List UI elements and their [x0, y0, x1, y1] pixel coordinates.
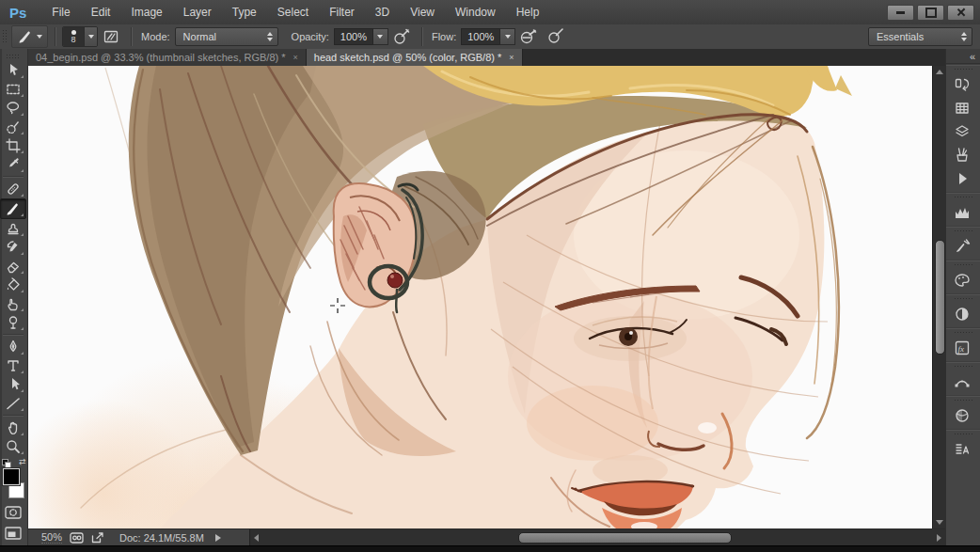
panel-histogram-button[interactable]: [946, 200, 978, 224]
flow-input[interactable]: 100%: [461, 28, 500, 45]
vertical-scrollbar[interactable]: [932, 66, 945, 528]
divider: [131, 27, 132, 46]
panel-grip[interactable]: [954, 263, 972, 267]
tool-zoom[interactable]: [1, 437, 25, 456]
panel-character-button[interactable]: [946, 437, 978, 461]
scroll-up-arrow-icon[interactable]: [936, 70, 943, 74]
panel-grip[interactable]: [954, 399, 972, 402]
menu-image[interactable]: Image: [120, 0, 172, 24]
tool-dodge[interactable]: [1, 313, 25, 332]
status-options-arrow-icon[interactable]: [215, 534, 221, 542]
tool-spot-healing-brush[interactable]: [1, 180, 25, 198]
maximize-button[interactable]: [917, 5, 944, 21]
blend-mode-select[interactable]: Normal: [175, 27, 278, 46]
panel-grip[interactable]: [954, 365, 972, 369]
collapse-panels-button[interactable]: «: [970, 52, 975, 61]
tool-preset-picker[interactable]: [11, 25, 48, 48]
adobe-drive-icon[interactable]: [70, 532, 84, 544]
airbrush-button[interactable]: [517, 26, 540, 47]
quick-mask-button[interactable]: [1, 504, 25, 521]
tool-lasso[interactable]: [1, 99, 25, 118]
tool-clone-stamp[interactable]: [1, 219, 25, 238]
tool-history-brush[interactable]: [1, 238, 25, 257]
toggle-brush-panel-button[interactable]: [100, 26, 122, 47]
tool-hand[interactable]: [1, 418, 25, 437]
menu-help[interactable]: Help: [506, 0, 550, 24]
menu-filter[interactable]: Filter: [319, 0, 365, 24]
tool-pen[interactable]: [1, 338, 25, 356]
brush-tip-icon: 8: [63, 27, 84, 46]
panel-styles-button[interactable]: fx: [946, 336, 978, 359]
photoshop-logo: Ps: [9, 5, 26, 21]
menu-type[interactable]: Type: [222, 0, 267, 24]
flow-dropdown[interactable]: [500, 28, 515, 45]
panel-swatches-button[interactable]: [946, 96, 978, 119]
panel-grip[interactable]: [954, 68, 972, 71]
brush-size-picker[interactable]: 8: [62, 26, 98, 47]
tool-eraser[interactable]: [1, 257, 25, 276]
opacity-dropdown[interactable]: [373, 28, 388, 45]
minimize-button[interactable]: [887, 5, 914, 21]
default-colors-icon[interactable]: [2, 459, 10, 466]
horizontal-scrollbar[interactable]: [249, 529, 945, 545]
zoom-level-field[interactable]: 50%: [41, 531, 62, 544]
scroll-left-arrow-icon[interactable]: [254, 534, 259, 542]
options-bar-grip[interactable]: [2, 29, 8, 44]
tab-close-icon[interactable]: ×: [293, 53, 298, 62]
panel-layers-button[interactable]: [946, 119, 978, 143]
tool-type[interactable]: [1, 356, 25, 375]
tablet-pressure-opacity-button[interactable]: [390, 26, 413, 47]
tab-head-sketch[interactable]: head sketch.psd @ 50% (color, RGB/8) * ×: [307, 49, 523, 66]
panel-grip[interactable]: [954, 229, 972, 233]
panel-3d-button[interactable]: [946, 403, 978, 427]
tool-move[interactable]: [1, 61, 25, 80]
tool-quick-selection[interactable]: [1, 118, 25, 136]
tool-line[interactable]: [1, 394, 25, 413]
menu-view[interactable]: View: [400, 0, 445, 24]
document-canvas[interactable]: [28, 66, 945, 528]
character-icon: [953, 440, 972, 459]
panel-grip[interactable]: [954, 433, 972, 436]
tab-04-begin[interactable]: 04_begin.psd @ 33.3% (thumbnail sketches…: [28, 49, 307, 66]
menu-window[interactable]: Window: [445, 0, 506, 24]
divider: [421, 27, 422, 46]
tool-crop[interactable]: [1, 136, 25, 155]
tab-close-icon[interactable]: ×: [509, 53, 514, 62]
panel-grip[interactable]: [954, 331, 972, 335]
scroll-down-arrow-icon[interactable]: [936, 520, 943, 525]
screen-mode-button[interactable]: [1, 525, 25, 542]
panel-history-button[interactable]: [946, 72, 978, 96]
workspace-switcher[interactable]: Essentials: [868, 27, 972, 46]
panel-tool-presets-button[interactable]: [946, 234, 978, 258]
tool-paint-bucket[interactable]: [1, 276, 25, 294]
vertical-scrollbar-thumb[interactable]: [935, 240, 945, 355]
path-selection-icon: [5, 376, 22, 393]
horizontal-scrollbar-thumb[interactable]: [518, 532, 732, 544]
tool-path-selection[interactable]: [1, 375, 25, 394]
panel-grip[interactable]: [954, 196, 972, 199]
toolbar-grip[interactable]: [6, 54, 21, 58]
panel-brush-presets-button[interactable]: [946, 143, 978, 166]
menu-3d[interactable]: 3D: [365, 0, 400, 24]
tool-brush[interactable]: [0, 198, 26, 219]
menu-select[interactable]: Select: [267, 0, 319, 24]
panel-color-button[interactable]: [946, 268, 978, 292]
swap-colors-icon[interactable]: ⇄: [19, 457, 26, 466]
tool-rectangular-marquee[interactable]: [1, 80, 25, 99]
menu-file[interactable]: File: [41, 0, 80, 24]
foreground-color-swatch[interactable]: [3, 468, 20, 485]
brush-size-dropdown[interactable]: [84, 27, 97, 46]
share-icon[interactable]: [91, 532, 104, 544]
panel-adjustments-button[interactable]: [946, 302, 978, 325]
panel-grip[interactable]: [954, 297, 972, 301]
opacity-input[interactable]: 100%: [334, 28, 373, 45]
menu-edit[interactable]: Edit: [81, 0, 121, 24]
menu-layer[interactable]: Layer: [173, 0, 222, 24]
panel-paths-button[interactable]: [946, 370, 978, 393]
scroll-right-arrow-icon[interactable]: [937, 534, 941, 542]
tablet-pressure-size-button[interactable]: [544, 26, 566, 47]
tool-eyedropper[interactable]: [1, 155, 25, 174]
tool-smudge[interactable]: [1, 294, 25, 313]
close-button[interactable]: [947, 5, 974, 21]
panel-actions-button[interactable]: [946, 166, 978, 190]
